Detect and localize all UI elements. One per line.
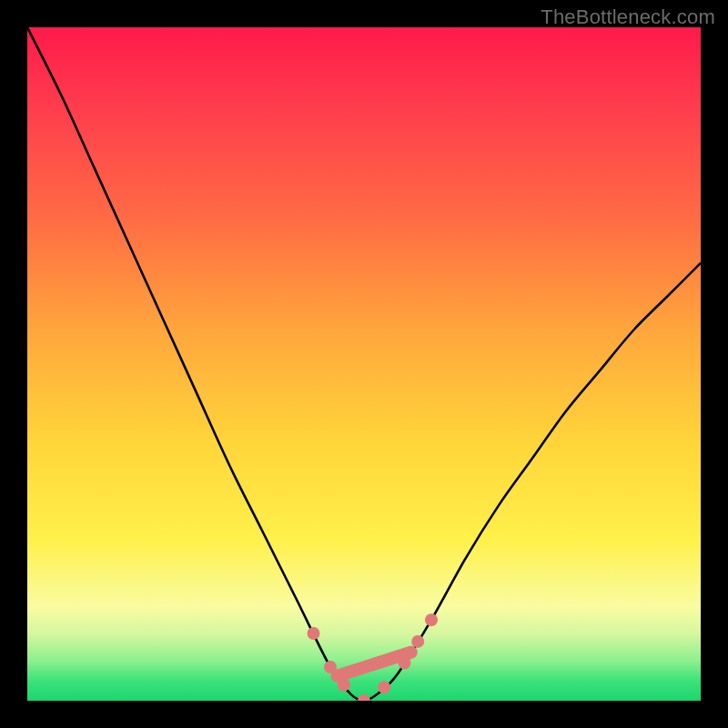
- curve-marker: [308, 627, 320, 640]
- curve-marker: [425, 613, 438, 626]
- bottleneck-curve: [27, 27, 701, 701]
- chart-frame: TheBottleneck.com: [0, 0, 728, 728]
- curve-marker: [398, 657, 410, 670]
- marker-layer: [308, 613, 439, 701]
- curve-marker: [338, 679, 350, 692]
- curve-marker: [378, 681, 390, 693]
- curve-marker: [411, 635, 424, 648]
- attribution-label: TheBottleneck.com: [541, 5, 715, 29]
- curve-marker: [358, 694, 370, 701]
- curve-svg: [27, 27, 701, 701]
- curve-marker: [324, 661, 337, 673]
- plot-area: [27, 27, 701, 701]
